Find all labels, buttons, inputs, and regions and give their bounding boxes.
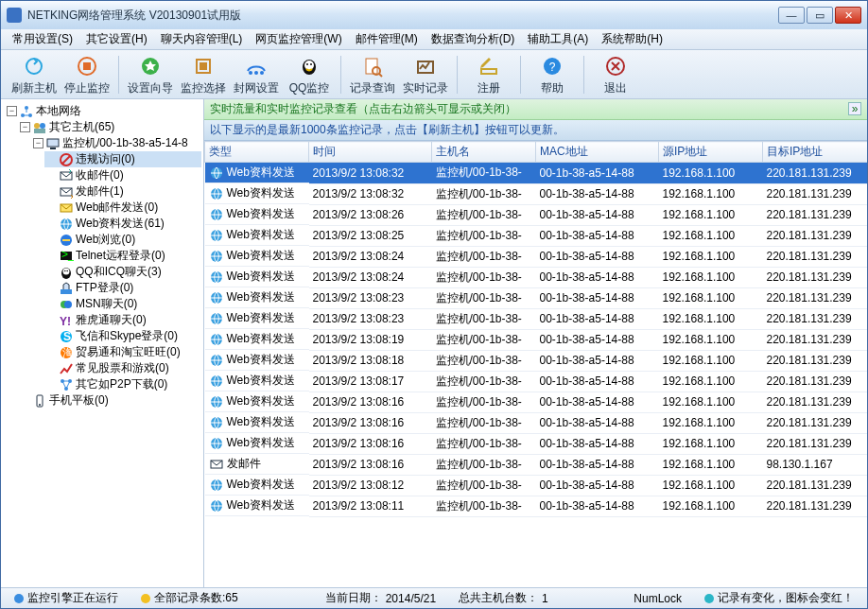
table-row[interactable]: Web资料发送2013/9/2 13:08:26监控机/00-1b-38-00-… bbox=[205, 204, 868, 225]
mailout-icon bbox=[59, 184, 74, 200]
tree-item-websend[interactable]: Web资料发送(61) bbox=[44, 216, 201, 232]
table-row[interactable]: Web资料发送2013/9/2 13:08:32监控机/00-1b-38-00-… bbox=[205, 163, 868, 184]
table-row[interactable]: Web资料发送2013/9/2 13:08:32监控机/00-1b-38-00-… bbox=[205, 183, 868, 204]
tree-item-deny[interactable]: 违规访问(0) bbox=[44, 151, 201, 167]
table-row[interactable]: Web资料发送2013/9/2 13:08:11监控机/00-1b-38-00-… bbox=[205, 496, 868, 516]
tree-item-telnet[interactable]: >_Telnet远程登录(0) bbox=[44, 248, 201, 264]
realtime-banner[interactable]: 实时流量和实时监控记录查看（点击右边箭头可显示或关闭） » bbox=[204, 99, 867, 120]
table-row[interactable]: Web资料发送2013/9/2 13:08:25监控机/00-1b-38-00-… bbox=[205, 225, 868, 246]
tree-item-mailin[interactable]: 收邮件(0) bbox=[44, 167, 201, 183]
menu-item-0[interactable]: 常用设置(S) bbox=[7, 29, 78, 49]
table-row[interactable]: Web资料发送2013/9/2 13:08:12监控机/00-1b-38-00-… bbox=[205, 475, 868, 496]
table-row[interactable]: Web资料发送2013/9/2 13:08:24监控机/00-1b-38-00-… bbox=[205, 246, 868, 267]
maximize-button[interactable] bbox=[807, 7, 833, 24]
table-row[interactable]: Web资料发送2013/9/2 13:08:23监控机/00-1b-38-00-… bbox=[205, 287, 868, 308]
toolbar-help[interactable]: ?帮助 bbox=[527, 52, 578, 97]
tree-item-qq[interactable]: QQ和ICQ聊天(3) bbox=[44, 264, 201, 280]
mail-icon bbox=[209, 457, 224, 472]
status-hostcount: 总共主机台数： 1 bbox=[451, 590, 556, 606]
tree-item-taobao[interactable]: 淘贸易通和淘宝旺旺(0) bbox=[44, 344, 201, 360]
toolbar-register[interactable]: 注册 bbox=[463, 52, 514, 97]
table-row[interactable]: Web资料发送2013/9/2 13:08:23监控机/00-1b-38-00-… bbox=[205, 308, 868, 329]
toolbar-refresh[interactable]: 刷新主机 bbox=[9, 52, 60, 97]
toolbar-blocknet[interactable]: 封网设置 bbox=[231, 52, 282, 97]
cell-src: 192.168.1.100 bbox=[659, 246, 763, 267]
toolbar-logquery[interactable]: 记录查询 bbox=[347, 52, 398, 97]
toolbar-qq[interactable]: QQ监控 bbox=[284, 52, 335, 97]
col-header-2[interactable]: 主机名 bbox=[432, 142, 536, 163]
monitor-host-label: 监控机/00-1b-38-a5-14-8 bbox=[62, 135, 188, 151]
web-icon bbox=[209, 207, 224, 222]
menu-item-7[interactable]: 系统帮助(H) bbox=[596, 29, 668, 49]
menu-item-1[interactable]: 其它设置(H) bbox=[80, 29, 153, 49]
svg-point-12 bbox=[310, 63, 312, 65]
cell-src: 192.168.1.100 bbox=[659, 329, 763, 350]
menu-item-3[interactable]: 网页监控管理(W) bbox=[250, 29, 347, 49]
table-row[interactable]: Web资料发送2013/9/2 13:08:16监控机/00-1b-38-00-… bbox=[205, 433, 868, 454]
tree-item-yahoo[interactable]: Y!雅虎通聊天(0) bbox=[44, 312, 201, 328]
tree-item-msn[interactable]: MSN聊天(0) bbox=[44, 296, 201, 312]
minimize-button[interactable] bbox=[778, 7, 805, 24]
tree-item-ie[interactable]: Web浏览(0) bbox=[44, 232, 201, 248]
banner-toggle-icon[interactable]: » bbox=[848, 102, 861, 115]
titlebar[interactable]: NETKING网络管理系统 V20130901试用版 bbox=[1, 1, 867, 29]
svg-rect-13 bbox=[366, 59, 377, 74]
table-row[interactable]: Web资料发送2013/9/2 13:08:24监控机/00-1b-38-00-… bbox=[205, 267, 868, 287]
tree-hostgroup[interactable]: −其它主机(65) bbox=[18, 119, 201, 135]
qq-icon bbox=[296, 53, 322, 79]
toolbar-stop[interactable]: 停止监控 bbox=[61, 52, 113, 97]
host-tree: −本地网络−其它主机(65)−监控机/00-1b-38-a5-14-8违规访问(… bbox=[3, 103, 201, 409]
col-header-4[interactable]: 源IP地址 bbox=[659, 142, 763, 163]
table-row[interactable]: Web资料发送2013/9/2 13:08:16监控机/00-1b-38-00-… bbox=[205, 392, 868, 412]
cell-host: 监控机/00-1b-38- bbox=[432, 392, 536, 412]
toolbar-realtime[interactable]: 实时记录 bbox=[400, 52, 451, 97]
wizard-icon bbox=[137, 53, 164, 79]
menu-item-5[interactable]: 数据查询分析(D) bbox=[425, 29, 521, 49]
table-row[interactable]: Web资料发送2013/9/2 13:08:17监控机/00-1b-38-00-… bbox=[205, 371, 868, 392]
tree-item-p2p[interactable]: 其它如P2P下载(0) bbox=[44, 376, 201, 392]
tree-item-webmail[interactable]: Web邮件发送(0) bbox=[44, 200, 201, 216]
cell-dst: 220.181.131.239 bbox=[763, 246, 868, 267]
collapse-icon[interactable]: − bbox=[20, 122, 30, 132]
tree-item-mailout[interactable]: 发邮件(1) bbox=[44, 183, 201, 200]
collapse-icon[interactable]: − bbox=[33, 138, 43, 148]
tree-root[interactable]: −本地网络 bbox=[5, 103, 201, 119]
tree-item-stock[interactable]: 常见股票和游戏(0) bbox=[44, 360, 201, 376]
tree-pane[interactable]: −本地网络−其它主机(65)−监控机/00-1b-38-a5-14-8违规访问(… bbox=[1, 99, 204, 587]
menu-item-4[interactable]: 邮件管理(M) bbox=[350, 29, 424, 49]
menu-item-2[interactable]: 聊天内容管理(L) bbox=[155, 29, 249, 49]
col-header-1[interactable]: 时间 bbox=[309, 142, 432, 163]
toolbar-wizard[interactable]: 设置向导 bbox=[125, 52, 176, 97]
cell-time: 2013/9/2 13:08:16 bbox=[309, 392, 432, 412]
tree-item-ftp[interactable]: FTP登录(0) bbox=[44, 280, 201, 296]
records-grid[interactable]: 类型时间主机名MAC地址源IP地址目标IP地址标题 Web资料发送2013/9/… bbox=[204, 141, 867, 587]
collapse-icon[interactable]: − bbox=[7, 106, 17, 116]
table-row[interactable]: Web资料发送2013/9/2 13:08:16监控机/00-1b-38-00-… bbox=[205, 412, 868, 433]
svg-point-10 bbox=[304, 61, 314, 70]
cell-time: 2013/9/2 13:08:12 bbox=[309, 475, 432, 496]
col-header-5[interactable]: 目标IP地址 bbox=[763, 142, 868, 163]
toolbar-exit[interactable]: 退出 bbox=[590, 52, 641, 97]
col-header-3[interactable]: MAC地址 bbox=[536, 142, 659, 163]
tree-item-label: MSN聊天(0) bbox=[76, 296, 137, 312]
cell-type: Web资料发送 bbox=[227, 477, 295, 493]
cell-src: 192.168.1.100 bbox=[659, 163, 763, 184]
cell-dst: 220.181.131.239 bbox=[763, 225, 868, 246]
toolbar-select[interactable]: 监控选择 bbox=[178, 52, 229, 97]
status-date: 当前日期： 2014/5/21 bbox=[318, 590, 443, 606]
menu-item-6[interactable]: 辅助工具(A) bbox=[522, 29, 594, 49]
cell-mac: 00-1b-38-a5-14-88 bbox=[536, 225, 659, 246]
table-row[interactable]: 发邮件2013/9/2 13:08:16监控机/00-1b-38-00-1b-3… bbox=[205, 454, 868, 475]
tree-monitor-host[interactable]: −监控机/00-1b-38-a5-14-8 bbox=[31, 135, 201, 151]
col-header-0[interactable]: 类型 bbox=[205, 142, 309, 163]
tree-item-label: 发邮件(1) bbox=[76, 183, 124, 200]
tree-mobile[interactable]: 手机平板(0) bbox=[18, 392, 201, 409]
table-row[interactable]: Web资料发送2013/9/2 13:08:19监控机/00-1b-38-00-… bbox=[205, 329, 868, 350]
close-button[interactable] bbox=[835, 7, 861, 24]
cell-dst: 220.181.131.239 bbox=[763, 496, 868, 516]
numlock-text: NumLock bbox=[634, 592, 682, 605]
tree-item-skype[interactable]: S飞信和Skype登录(0) bbox=[44, 328, 201, 344]
cell-dst: 220.181.131.239 bbox=[763, 267, 868, 287]
change-text: 记录有变化，图标会变红！ bbox=[718, 590, 854, 606]
table-row[interactable]: Web资料发送2013/9/2 13:08:18监控机/00-1b-38-00-… bbox=[205, 350, 868, 371]
